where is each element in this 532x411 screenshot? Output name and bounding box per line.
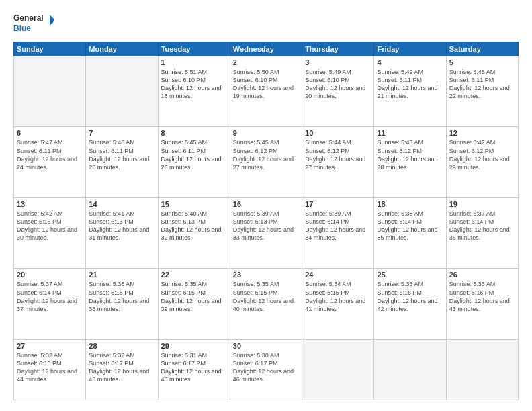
calendar-day-header: Tuesday [158, 42, 230, 56]
calendar-cell [374, 339, 446, 400]
calendar-cell: 25Sunrise: 5:33 AM Sunset: 6:16 PM Dayli… [374, 269, 446, 339]
svg-text:Blue: Blue [13, 24, 31, 33]
day-number: 16 [233, 200, 299, 208]
day-number: 18 [377, 200, 443, 208]
day-info: Sunrise: 5:31 AM Sunset: 6:17 PM Dayligh… [161, 351, 227, 384]
calendar-cell: 29Sunrise: 5:31 AM Sunset: 6:17 PM Dayli… [158, 339, 230, 400]
day-info: Sunrise: 5:32 AM Sunset: 6:16 PM Dayligh… [17, 351, 83, 384]
day-info: Sunrise: 5:37 AM Sunset: 6:14 PM Dayligh… [17, 280, 83, 313]
calendar-cell: 27Sunrise: 5:32 AM Sunset: 6:16 PM Dayli… [14, 339, 86, 400]
calendar-cell: 6Sunrise: 5:47 AM Sunset: 6:11 PM Daylig… [14, 127, 86, 197]
calendar-cell: 1Sunrise: 5:51 AM Sunset: 6:10 PM Daylig… [158, 56, 230, 127]
day-info: Sunrise: 5:43 AM Sunset: 6:12 PM Dayligh… [377, 138, 443, 171]
page: General Blue SundayMondayTuesdayWednesda… [0, 0, 532, 411]
calendar-cell: 15Sunrise: 5:40 AM Sunset: 6:13 PM Dayli… [158, 197, 230, 268]
day-number: 10 [305, 129, 371, 137]
day-info: Sunrise: 5:33 AM Sunset: 6:16 PM Dayligh… [449, 280, 515, 313]
day-info: Sunrise: 5:45 AM Sunset: 6:12 PM Dayligh… [233, 138, 299, 171]
day-number: 30 [233, 342, 299, 350]
day-info: Sunrise: 5:49 AM Sunset: 6:11 PM Dayligh… [377, 68, 443, 101]
day-info: Sunrise: 5:46 AM Sunset: 6:11 PM Dayligh… [89, 138, 154, 171]
day-info: Sunrise: 5:42 AM Sunset: 6:13 PM Dayligh… [17, 210, 83, 242]
calendar-cell: 2Sunrise: 5:50 AM Sunset: 6:10 PM Daylig… [230, 56, 302, 127]
day-number: 7 [89, 129, 154, 137]
calendar-cell: 23Sunrise: 5:35 AM Sunset: 6:15 PM Dayli… [230, 269, 302, 339]
calendar-cell: 11Sunrise: 5:43 AM Sunset: 6:12 PM Dayli… [374, 127, 446, 197]
day-info: Sunrise: 5:39 AM Sunset: 6:13 PM Dayligh… [233, 210, 299, 242]
calendar-cell: 17Sunrise: 5:39 AM Sunset: 6:14 PM Dayli… [302, 197, 374, 268]
day-number: 8 [161, 129, 227, 137]
calendar-cell: 26Sunrise: 5:33 AM Sunset: 6:16 PM Dayli… [446, 269, 518, 339]
day-info: Sunrise: 5:47 AM Sunset: 6:11 PM Dayligh… [17, 138, 83, 171]
day-number: 3 [305, 58, 371, 66]
calendar-cell: 8Sunrise: 5:45 AM Sunset: 6:11 PM Daylig… [158, 127, 230, 197]
day-number: 4 [377, 58, 443, 66]
day-info: Sunrise: 5:37 AM Sunset: 6:14 PM Dayligh… [449, 210, 515, 242]
calendar-week-row: 27Sunrise: 5:32 AM Sunset: 6:16 PM Dayli… [14, 339, 519, 400]
day-number: 22 [161, 271, 227, 279]
day-info: Sunrise: 5:39 AM Sunset: 6:14 PM Dayligh… [305, 210, 371, 242]
calendar-day-header: Sunday [14, 42, 86, 56]
calendar-day-header: Friday [374, 42, 446, 56]
day-info: Sunrise: 5:33 AM Sunset: 6:16 PM Dayligh… [377, 280, 443, 313]
calendar-week-row: 13Sunrise: 5:42 AM Sunset: 6:13 PM Dayli… [14, 197, 519, 268]
calendar-cell [302, 339, 374, 400]
day-number: 15 [161, 200, 227, 208]
calendar-header-row: SundayMondayTuesdayWednesdayThursdayFrid… [14, 42, 519, 56]
calendar-cell: 30Sunrise: 5:30 AM Sunset: 6:17 PM Dayli… [230, 339, 302, 400]
day-number: 9 [233, 129, 299, 137]
calendar-cell: 10Sunrise: 5:44 AM Sunset: 6:12 PM Dayli… [302, 127, 374, 197]
day-info: Sunrise: 5:32 AM Sunset: 6:17 PM Dayligh… [89, 351, 154, 384]
calendar-week-row: 6Sunrise: 5:47 AM Sunset: 6:11 PM Daylig… [14, 127, 519, 197]
calendar-cell [446, 339, 518, 400]
calendar-cell: 14Sunrise: 5:41 AM Sunset: 6:13 PM Dayli… [86, 197, 158, 268]
day-number: 21 [89, 271, 154, 279]
day-number: 2 [233, 58, 299, 66]
logo-svg: General Blue [13, 11, 54, 35]
calendar-day-header: Saturday [446, 42, 518, 56]
day-number: 17 [305, 200, 371, 208]
calendar-week-row: 20Sunrise: 5:37 AM Sunset: 6:14 PM Dayli… [14, 269, 519, 339]
day-info: Sunrise: 5:34 AM Sunset: 6:15 PM Dayligh… [305, 280, 371, 313]
svg-text:General: General [13, 13, 44, 23]
day-info: Sunrise: 5:50 AM Sunset: 6:10 PM Dayligh… [233, 68, 299, 101]
calendar-cell [14, 56, 86, 127]
header: General Blue [13, 11, 519, 35]
day-number: 23 [233, 271, 299, 279]
calendar-cell: 3Sunrise: 5:49 AM Sunset: 6:10 PM Daylig… [302, 56, 374, 127]
calendar-day-header: Wednesday [230, 42, 302, 56]
day-info: Sunrise: 5:35 AM Sunset: 6:15 PM Dayligh… [233, 280, 299, 313]
day-info: Sunrise: 5:44 AM Sunset: 6:12 PM Dayligh… [305, 138, 371, 171]
day-info: Sunrise: 5:30 AM Sunset: 6:17 PM Dayligh… [233, 351, 299, 384]
day-info: Sunrise: 5:35 AM Sunset: 6:15 PM Dayligh… [161, 280, 227, 313]
day-number: 24 [305, 271, 371, 279]
calendar-cell: 21Sunrise: 5:36 AM Sunset: 6:15 PM Dayli… [86, 269, 158, 339]
calendar-cell: 13Sunrise: 5:42 AM Sunset: 6:13 PM Dayli… [14, 197, 86, 268]
calendar-week-row: 1Sunrise: 5:51 AM Sunset: 6:10 PM Daylig… [14, 56, 519, 127]
day-number: 26 [449, 271, 515, 279]
day-info: Sunrise: 5:51 AM Sunset: 6:10 PM Dayligh… [161, 68, 227, 101]
calendar-cell: 16Sunrise: 5:39 AM Sunset: 6:13 PM Dayli… [230, 197, 302, 268]
day-number: 11 [377, 129, 443, 137]
calendar-day-header: Thursday [302, 42, 374, 56]
calendar-table: SundayMondayTuesdayWednesdayThursdayFrid… [13, 42, 519, 400]
calendar-day-header: Monday [86, 42, 158, 56]
day-number: 28 [89, 342, 154, 350]
calendar-cell: 9Sunrise: 5:45 AM Sunset: 6:12 PM Daylig… [230, 127, 302, 197]
calendar-cell: 22Sunrise: 5:35 AM Sunset: 6:15 PM Dayli… [158, 269, 230, 339]
svg-marker-2 [50, 15, 54, 26]
calendar-cell: 7Sunrise: 5:46 AM Sunset: 6:11 PM Daylig… [86, 127, 158, 197]
calendar-cell: 19Sunrise: 5:37 AM Sunset: 6:14 PM Dayli… [446, 197, 518, 268]
day-number: 14 [89, 200, 154, 208]
day-info: Sunrise: 5:41 AM Sunset: 6:13 PM Dayligh… [89, 210, 154, 242]
calendar-cell: 4Sunrise: 5:49 AM Sunset: 6:11 PM Daylig… [374, 56, 446, 127]
day-info: Sunrise: 5:48 AM Sunset: 6:11 PM Dayligh… [449, 68, 515, 101]
day-info: Sunrise: 5:42 AM Sunset: 6:12 PM Dayligh… [449, 138, 515, 171]
day-info: Sunrise: 5:40 AM Sunset: 6:13 PM Dayligh… [161, 210, 227, 242]
calendar-cell [86, 56, 158, 127]
day-info: Sunrise: 5:45 AM Sunset: 6:11 PM Dayligh… [161, 138, 227, 171]
day-number: 27 [17, 342, 83, 350]
day-info: Sunrise: 5:49 AM Sunset: 6:10 PM Dayligh… [305, 68, 371, 101]
calendar-cell: 18Sunrise: 5:38 AM Sunset: 6:14 PM Dayli… [374, 197, 446, 268]
day-number: 25 [377, 271, 443, 279]
